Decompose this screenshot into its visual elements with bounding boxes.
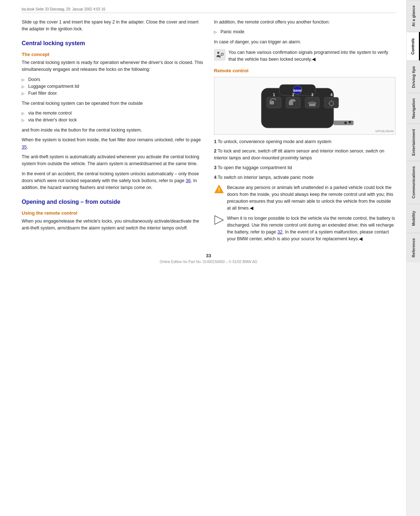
confirmation-note-text: You can have various confirmation signal…	[228, 49, 395, 63]
concept-text2: The central locking system can be operat…	[22, 100, 203, 107]
svg-text:3: 3	[311, 93, 313, 97]
svg-rect-17	[309, 103, 316, 106]
page-wrapper: ba.book Seite 33 Dienstag, 29. Januar 20…	[0, 0, 420, 516]
page-link-36[interactable]: 36	[186, 178, 191, 183]
svg-text:4: 4	[330, 93, 333, 97]
svg-rect-14	[289, 102, 293, 105]
copyright-text: Online Edition for Part No. 01400156660 …	[22, 260, 395, 264]
info-text: When it is no longer possible to lock th…	[227, 215, 395, 242]
svg-text:BMW: BMW	[293, 89, 302, 93]
main-content: ba.book Seite 33 Dienstag, 29. Januar 20…	[0, 0, 406, 516]
page-link-32[interactable]: 32	[277, 229, 282, 235]
svg-rect-11	[270, 101, 274, 104]
sidebar-tab-mobility[interactable]: Mobility	[407, 204, 420, 233]
panic-list: Panic mode	[214, 29, 395, 35]
sidebar-tab-navigation[interactable]: Navigation	[407, 93, 420, 124]
list-item: Fuel filler door.	[22, 90, 203, 97]
additional-function-text: In addition, the remote control offers y…	[214, 19, 395, 26]
central-locking-heading: Central locking system	[22, 40, 203, 47]
remote-key-image: BMW 1 2	[218, 81, 391, 132]
svg-point-1	[217, 52, 219, 54]
concept-heading: The concept	[22, 52, 203, 57]
button-desc-1: 1 To unlock, convenience opening mode an…	[214, 138, 395, 145]
sidebar-tab-at-a-glance[interactable]: At a glance	[407, 0, 420, 32]
concept-text5: The anti-theft system is automatically a…	[22, 154, 203, 168]
sidebar-tab-entertainment[interactable]: Entertainment	[407, 124, 420, 161]
concept-text1: The central locking system is ready for …	[22, 59, 203, 73]
svg-text:2: 2	[292, 93, 294, 97]
svg-rect-0	[214, 50, 225, 60]
header-line: ba.book Seite 33 Dienstag, 29. Januar 20…	[22, 7, 395, 13]
outside-list: via the remote control via the driver's …	[22, 110, 203, 124]
remote-control-heading: Remote control	[214, 68, 395, 73]
sidebar-tab-driving-tips[interactable]: Driving tips	[407, 61, 420, 93]
sidebar-tabs: At a glance Controls Driving tips Naviga…	[406, 0, 420, 516]
image-label: VPC6L00AN	[375, 129, 394, 133]
left-column: Slide up the cover 1 and insert the spar…	[22, 19, 203, 246]
warning-text: Because any persons or animals left unat…	[227, 184, 395, 211]
svg-text:1: 1	[273, 93, 275, 97]
svg-rect-16	[305, 97, 320, 108]
confirmation-icon	[214, 49, 226, 61]
remote-image-container: BMW 1 2	[214, 77, 395, 135]
svg-rect-27	[349, 121, 351, 123]
sidebar-tab-communications[interactable]: Communications	[407, 161, 420, 203]
list-item: via the driver's door lock	[22, 117, 203, 124]
svg-marker-30	[215, 216, 223, 224]
warning-icon: !	[214, 184, 224, 194]
warning-box: ! Because any persons or animals left un…	[214, 184, 395, 211]
list-item-panic: Panic mode	[214, 29, 395, 35]
two-column-layout: Slide up the cover 1 and insert the spar…	[22, 19, 395, 246]
list-item: via the remote control	[22, 110, 203, 117]
list-item: Doors	[22, 76, 203, 83]
sidebar-tab-reference[interactable]: Reference	[407, 233, 420, 262]
svg-rect-26	[344, 122, 347, 124]
intro-text: Slide up the cover 1 and insert the spar…	[22, 19, 203, 33]
info-icon	[214, 215, 224, 225]
concept-text3: and from inside via the button for the c…	[22, 127, 203, 134]
panic-text: In case of danger, you can trigger an al…	[214, 39, 395, 46]
svg-text:!: !	[218, 187, 220, 193]
button-desc-2: 2 To lock and secure, switch off tilt al…	[214, 148, 395, 162]
button-desc-4: 4 To switch on interior lamps, activate …	[214, 174, 395, 181]
concept-text6: In the event of an accident, the central…	[22, 171, 203, 192]
remote-heading: Using the remote control	[22, 210, 203, 216]
list-item: Luggage compartment lid	[22, 83, 203, 90]
sidebar-tab-controls[interactable]: Controls	[407, 32, 420, 61]
page-number: 33	[22, 253, 395, 258]
button-desc-3: 3 To open the luggage compartment lid	[214, 164, 395, 171]
remote-text: When you engage/release the vehicle's lo…	[22, 218, 203, 232]
confirmation-note: You can have various confirmation signal…	[214, 49, 395, 63]
locks-list: Doors Luggage compartment lid Fuel fille…	[22, 76, 203, 97]
page-footer: 33 Online Edition for Part No. 014001566…	[22, 253, 395, 264]
right-column: In addition, the remote control offers y…	[214, 19, 395, 246]
page-link-35[interactable]: 35	[22, 145, 27, 150]
concept-text4: When the system is locked from inside, t…	[22, 137, 203, 151]
opening-closing-heading: Opening and closing – from outside	[22, 199, 203, 205]
info-box: When it is no longer possible to lock th…	[214, 215, 395, 242]
